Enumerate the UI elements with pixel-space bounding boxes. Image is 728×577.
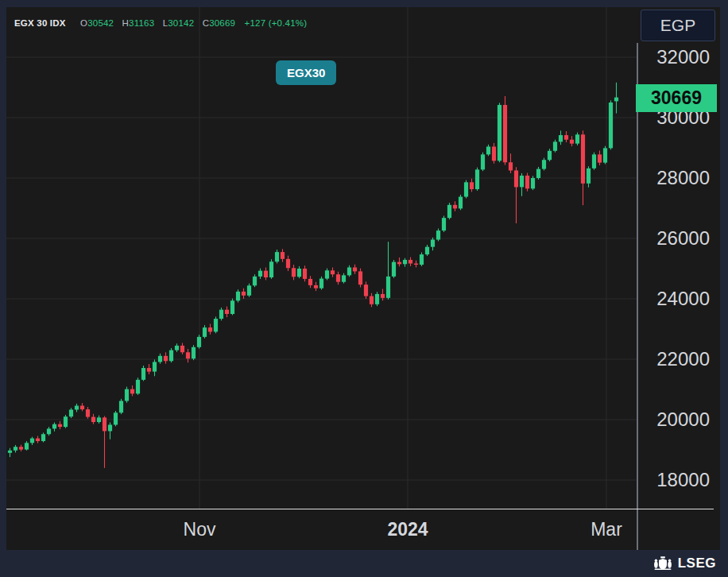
candle-body <box>592 154 596 168</box>
candle-body <box>130 389 134 394</box>
high-label: H <box>122 18 130 28</box>
close-label: C <box>203 18 210 28</box>
candle-body <box>197 337 201 347</box>
candle-body <box>303 269 307 279</box>
candle-body <box>153 362 157 371</box>
candle-body <box>19 447 23 449</box>
x-tick-label: Mar <box>591 519 622 540</box>
candle-body <box>52 424 56 429</box>
candle-body <box>548 151 552 160</box>
candle-body <box>314 285 318 288</box>
candle-body <box>481 154 485 169</box>
candle-body <box>258 271 262 277</box>
candle-body <box>375 294 379 304</box>
candle-body <box>431 240 435 247</box>
open-value: 30542 <box>87 18 114 28</box>
candle-body <box>442 218 446 230</box>
candle-body <box>286 259 290 268</box>
candle-body <box>147 368 151 372</box>
price-axis[interactable]: 3200030000280002600024000220002000018000 <box>637 7 720 509</box>
candle-body <box>192 347 196 358</box>
candle-body <box>531 178 535 188</box>
candle-body <box>559 135 563 141</box>
candle-body <box>275 252 279 261</box>
candle-body <box>108 424 112 431</box>
candle-body <box>498 105 501 161</box>
candle-body <box>514 171 518 188</box>
candle-body <box>575 134 579 143</box>
candle-body <box>342 275 346 281</box>
candle-body <box>319 279 323 288</box>
change-value: +127 (+0.41%) <box>245 18 308 28</box>
candle-body <box>403 260 407 264</box>
candle-body <box>536 169 540 178</box>
candle-body <box>364 285 368 296</box>
candle-body <box>353 267 357 271</box>
candle-body <box>598 154 602 162</box>
y-tick-label: 24000 <box>647 288 710 310</box>
candle-body <box>281 252 285 259</box>
chart-window: EGX 30 IDX O30542 H31163 L30142 C30669 +… <box>0 0 728 577</box>
time-axis[interactable]: Nov2024Mar <box>6 509 720 550</box>
candle-body <box>464 182 468 196</box>
candle-body <box>186 352 190 358</box>
lseg-crest-icon <box>653 556 672 571</box>
candle-body <box>292 268 296 277</box>
candle-body <box>553 141 557 150</box>
candle-body <box>97 417 101 422</box>
candle-body <box>475 169 479 189</box>
candle-body <box>69 409 73 416</box>
candle-body <box>381 294 385 298</box>
candle-body <box>253 277 257 285</box>
candlestick-chart[interactable] <box>6 7 720 550</box>
close-value: 30669 <box>209 18 235 28</box>
candle-body <box>141 368 145 380</box>
candle-body <box>570 140 574 144</box>
candle-body <box>564 135 568 140</box>
candle-body <box>214 319 218 331</box>
high-value: 31163 <box>129 18 154 28</box>
candle-body <box>58 424 62 427</box>
y-tick-label: 20000 <box>647 409 710 431</box>
candle-body <box>91 417 95 422</box>
candle-body <box>509 162 513 170</box>
candle-body <box>414 264 418 265</box>
candle-body <box>86 409 90 417</box>
candle-body <box>297 269 301 277</box>
candle-body <box>125 389 129 401</box>
candle-body <box>8 451 12 453</box>
lseg-logo-text: LSEG <box>678 556 716 571</box>
candle-body <box>459 197 463 209</box>
candle-body <box>603 148 607 162</box>
candle-body <box>525 176 529 188</box>
candle-body <box>208 327 212 331</box>
instrument-badge[interactable]: EGX30 <box>276 60 336 85</box>
ohlc-legend: EGX 30 IDX O30542 H31163 L30142 C30669 +… <box>14 18 307 28</box>
footer-bar: LSEG <box>0 550 728 577</box>
candle-body <box>409 260 412 264</box>
candle-body <box>164 356 168 361</box>
chart-panel: EGX 30 IDX O30542 H31163 L30142 C30669 +… <box>6 7 720 550</box>
candle-body <box>264 271 268 277</box>
candle-body <box>25 443 29 449</box>
candle-body <box>453 205 457 209</box>
candle-body <box>336 274 340 282</box>
low-value: 30142 <box>168 18 194 28</box>
candle-body <box>114 412 118 424</box>
candle-body <box>175 346 179 350</box>
candle-body <box>136 380 140 393</box>
candle-body <box>75 406 79 410</box>
candle-body <box>41 434 45 441</box>
candle-body <box>30 439 34 443</box>
candle-body <box>581 134 585 184</box>
candle-body <box>225 310 229 314</box>
candle-body <box>425 247 429 255</box>
y-tick-label: 18000 <box>647 469 710 491</box>
candle-body <box>486 146 490 154</box>
candle-body <box>14 447 17 451</box>
x-tick-label: 2024 <box>387 519 428 540</box>
candle-body <box>242 292 246 296</box>
candle-body <box>614 98 618 102</box>
candle-body <box>119 401 123 412</box>
candle-body <box>587 168 591 184</box>
